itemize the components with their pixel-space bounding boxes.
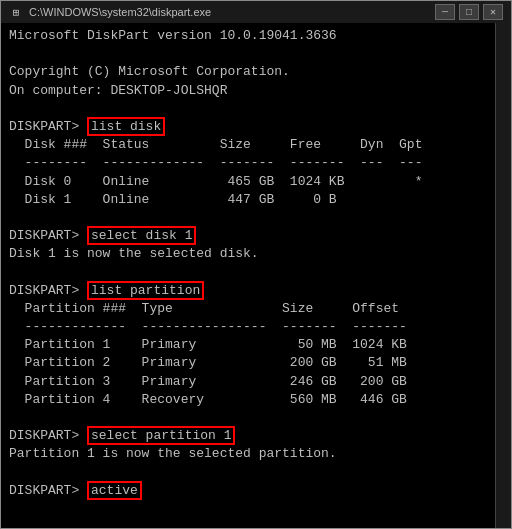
line-blank3 <box>9 209 487 227</box>
minimize-button[interactable]: ─ <box>435 4 455 20</box>
prompt4: DISKPART> <box>9 428 87 443</box>
line-blank2 <box>9 100 487 118</box>
table1-sep: -------- ------------- ------- ------- -… <box>9 154 487 172</box>
line-blank4 <box>9 263 487 281</box>
close-button[interactable]: ✕ <box>483 4 503 20</box>
window: ⊞ C:\WINDOWS\system32\diskpart.exe ─ □ ✕… <box>0 0 512 529</box>
prompt2: DISKPART> <box>9 228 87 243</box>
prompt3: DISKPART> <box>9 283 87 298</box>
table2-header: Partition ### Type Size Offset <box>9 300 487 318</box>
cmd5-highlight: active <box>87 481 142 500</box>
title-bar-buttons: ─ □ ✕ <box>435 4 503 20</box>
cmd2-result: Disk 1 is now the selected disk. <box>9 245 487 263</box>
main-area: Microsoft DiskPart version 10.0.19041.36… <box>1 23 511 528</box>
scrollbar[interactable] <box>495 23 511 528</box>
cmd3-text: list partition <box>91 283 200 298</box>
terminal[interactable]: Microsoft DiskPart version 10.0.19041.36… <box>1 23 495 528</box>
title-bar-left: ⊞ C:\WINDOWS\system32\diskpart.exe <box>9 5 211 19</box>
cmd3-line: DISKPART> list partition <box>9 282 487 300</box>
cmd3-highlight: list partition <box>87 281 204 300</box>
table1-row2: Disk 1 Online 447 GB 0 B <box>9 191 487 209</box>
line-version: Microsoft DiskPart version 10.0.19041.36… <box>9 27 487 45</box>
table2-row2: Partition 2 Primary 200 GB 51 MB <box>9 354 487 372</box>
cmd2-text: select disk 1 <box>91 228 192 243</box>
cmd4-text: select partition 1 <box>91 428 231 443</box>
cmd1-line: DISKPART> list disk <box>9 118 487 136</box>
cmd4-line: DISKPART> select partition 1 <box>9 427 487 445</box>
cmd1-highlight: list disk <box>87 117 165 136</box>
line-blank6 <box>9 464 487 482</box>
line-copyright: Copyright (C) Microsoft Corporation. <box>9 63 487 81</box>
title-bar: ⊞ C:\WINDOWS\system32\diskpart.exe ─ □ ✕ <box>1 1 511 23</box>
cmd5-text: active <box>91 483 138 498</box>
line-computer: On computer: DESKTOP-JOLSHQR <box>9 82 487 100</box>
line-blank <box>9 45 487 63</box>
cmd1-text: list disk <box>91 119 161 134</box>
table2-row4: Partition 4 Recovery 560 MB 446 GB <box>9 391 487 409</box>
table1-header: Disk ### Status Size Free Dyn Gpt <box>9 136 487 154</box>
table2-sep: ------------- ---------------- ------- -… <box>9 318 487 336</box>
table2-row1: Partition 1 Primary 50 MB 1024 KB <box>9 336 487 354</box>
prompt5: DISKPART> <box>9 483 87 498</box>
cmd5-line: DISKPART> active <box>9 482 487 500</box>
cmd2-highlight: select disk 1 <box>87 226 196 245</box>
title-text: C:\WINDOWS\system32\diskpart.exe <box>29 6 211 18</box>
cmd4-highlight: select partition 1 <box>87 426 235 445</box>
terminal-icon: ⊞ <box>9 5 23 19</box>
table1-row1: Disk 0 Online 465 GB 1024 KB * <box>9 173 487 191</box>
cmd2-line: DISKPART> select disk 1 <box>9 227 487 245</box>
line-blank5 <box>9 409 487 427</box>
cmd4-result: Partition 1 is now the selected partitio… <box>9 445 487 463</box>
maximize-button[interactable]: □ <box>459 4 479 20</box>
prompt1: DISKPART> <box>9 119 87 134</box>
table2-row3: Partition 3 Primary 246 GB 200 GB <box>9 373 487 391</box>
